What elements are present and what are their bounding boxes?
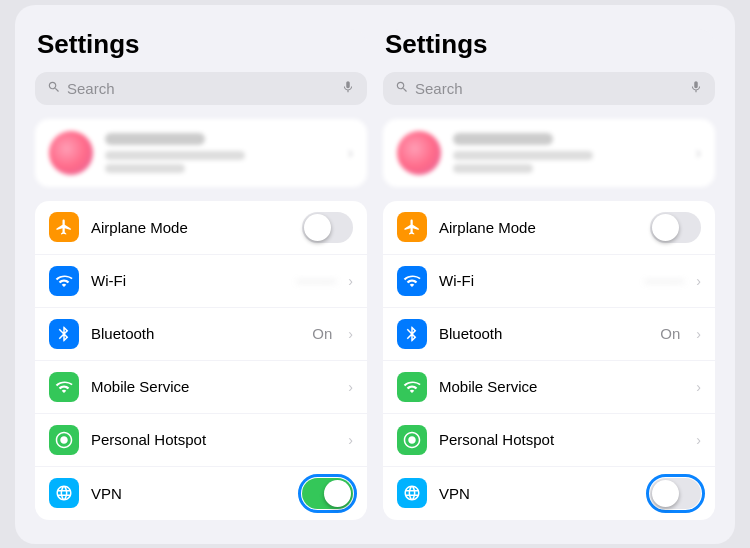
chevron-right-icon: › [696,326,701,342]
chevron-right-icon: › [696,379,701,395]
user-detail2 [105,164,185,173]
chevron-right-icon: › [696,273,701,289]
mic-icon[interactable] [341,80,355,97]
wifi-label: Wi-Fi [439,272,633,289]
user-profile-card[interactable]: › [383,119,715,187]
airplane-label: Airplane Mode [439,219,638,236]
setting-item-mobile[interactable]: Mobile Service› [383,361,715,414]
chevron-right-icon: › [696,432,701,448]
avatar [49,131,93,175]
user-name [105,133,205,145]
mic-icon[interactable] [689,80,703,97]
vpn-toggle[interactable] [650,478,701,509]
vpn-label: VPN [91,485,290,502]
chevron-right-icon: › [348,326,353,342]
setting-item-vpn[interactable]: VPN [383,467,715,520]
search-bar[interactable]: Search [383,72,715,105]
setting-item-wifi[interactable]: Wi-Fi···········› [383,255,715,308]
user-detail2 [453,164,533,173]
settings-panel-left: Settings Search › Airplane ModeWi-Fi····… [35,29,367,520]
mobile-label: Mobile Service [91,378,336,395]
wifi-icon [49,266,79,296]
mobile-icon [49,372,79,402]
vpn-label: VPN [439,485,638,502]
bluetooth-label: Bluetooth [439,325,648,342]
panel-title: Settings [383,29,715,60]
chevron-right-icon: › [348,432,353,448]
settings-comparison: Settings Search › Airplane ModeWi-Fi····… [15,5,735,544]
search-icon [395,80,409,97]
bluetooth-value: On [312,325,332,342]
hotspot-icon [49,425,79,455]
mobile-label: Mobile Service [439,378,684,395]
search-icon [47,80,61,97]
setting-item-airplane[interactable]: Airplane Mode [383,201,715,255]
user-info [453,133,684,173]
wifi-icon [397,266,427,296]
wifi-label: Wi-Fi [91,272,285,289]
settings-group: Airplane ModeWi-Fi···········›BluetoothO… [35,201,367,520]
panel-title: Settings [35,29,367,60]
airplane-toggle[interactable] [302,212,353,243]
vpn-icon [397,478,427,508]
user-name [453,133,553,145]
airplane-label: Airplane Mode [91,219,290,236]
chevron-right-icon: › [696,144,701,162]
setting-item-bluetooth[interactable]: BluetoothOn› [35,308,367,361]
wifi-value: ··········· [645,273,685,288]
setting-item-wifi[interactable]: Wi-Fi···········› [35,255,367,308]
avatar [397,131,441,175]
user-profile-card[interactable]: › [35,119,367,187]
user-detail [453,151,593,160]
vpn-toggle[interactable] [302,478,353,509]
hotspot-label: Personal Hotspot [91,431,336,448]
user-detail [105,151,245,160]
airplane-icon [397,212,427,242]
user-info [105,133,336,173]
chevron-right-icon: › [348,273,353,289]
wifi-value: ··········· [297,273,337,288]
settings-group: Airplane ModeWi-Fi···········›BluetoothO… [383,201,715,520]
bluetooth-icon [397,319,427,349]
hotspot-icon [397,425,427,455]
search-bar[interactable]: Search [35,72,367,105]
search-placeholder: Search [67,80,335,97]
airplane-icon [49,212,79,242]
search-placeholder: Search [415,80,683,97]
hotspot-label: Personal Hotspot [439,431,684,448]
bluetooth-value: On [660,325,680,342]
setting-item-hotspot[interactable]: Personal Hotspot› [35,414,367,467]
setting-item-vpn[interactable]: VPN [35,467,367,520]
bluetooth-label: Bluetooth [91,325,300,342]
chevron-right-icon: › [348,144,353,162]
airplane-toggle[interactable] [650,212,701,243]
setting-item-airplane[interactable]: Airplane Mode [35,201,367,255]
vpn-icon [49,478,79,508]
setting-item-hotspot[interactable]: Personal Hotspot› [383,414,715,467]
settings-panel-right: Settings Search › Airplane ModeWi-Fi····… [383,29,715,520]
bluetooth-icon [49,319,79,349]
mobile-icon [397,372,427,402]
setting-item-bluetooth[interactable]: BluetoothOn› [383,308,715,361]
chevron-right-icon: › [348,379,353,395]
setting-item-mobile[interactable]: Mobile Service› [35,361,367,414]
